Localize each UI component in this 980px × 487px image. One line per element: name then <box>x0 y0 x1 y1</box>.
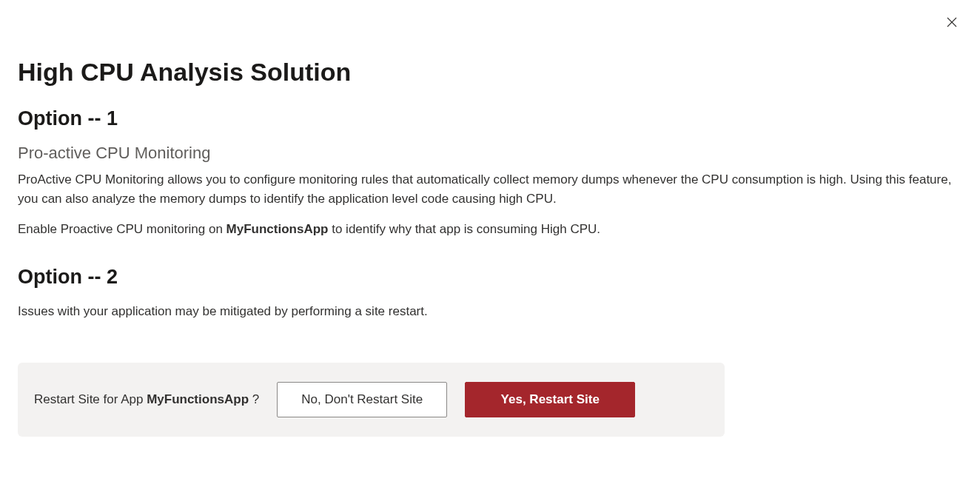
enable-suffix: to identify why that app is consuming Hi… <box>328 222 600 236</box>
option-1-enable-text: Enable Proactive CPU monitoring on MyFun… <box>18 220 962 239</box>
restart-prompt-prefix: Restart Site for App <box>34 392 147 406</box>
close-icon[interactable] <box>943 13 961 31</box>
restart-prompt-suffix: ? <box>249 392 259 406</box>
option-2-heading: Option -- 2 <box>18 266 962 289</box>
enable-prefix: Enable Proactive CPU monitoring on <box>18 222 226 236</box>
no-restart-button[interactable]: No, Don't Restart Site <box>277 382 447 417</box>
restart-site-panel: Restart Site for App MyFunctionsApp ? No… <box>18 363 725 437</box>
option-2-description: Issues with your application may be miti… <box>18 302 962 321</box>
restart-app-name: MyFunctionsApp <box>147 392 249 406</box>
restart-prompt: Restart Site for App MyFunctionsApp ? <box>34 392 259 407</box>
app-name-inline: MyFunctionsApp <box>226 222 329 236</box>
option-1-heading: Option -- 1 <box>18 107 962 130</box>
page-title: High CPU Analysis Solution <box>18 58 962 87</box>
option-1-subheading: Pro-active CPU Monitoring <box>18 144 962 163</box>
option-1-description: ProActive CPU Monitoring allows you to c… <box>18 170 962 209</box>
yes-restart-button[interactable]: Yes, Restart Site <box>465 382 635 417</box>
